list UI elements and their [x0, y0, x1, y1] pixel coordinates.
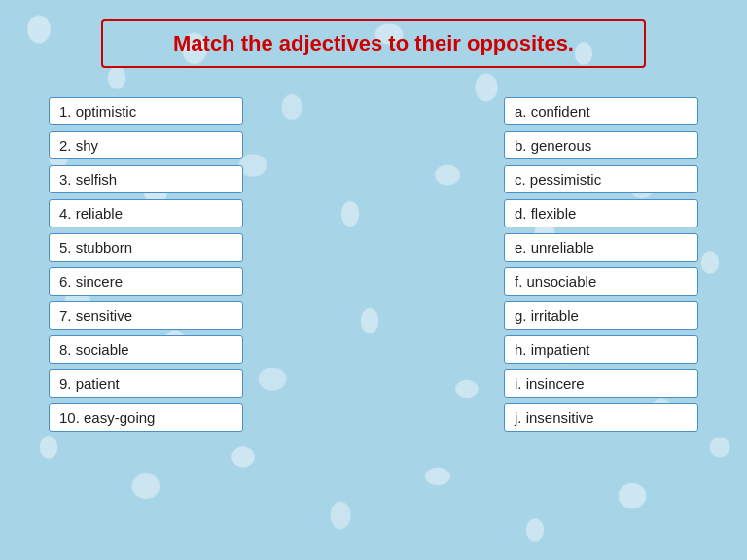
right-word-item[interactable]: i. insincere [504, 369, 698, 398]
right-word-item[interactable]: g. irritable [504, 301, 698, 330]
right-word-item[interactable]: f. unsociable [504, 267, 698, 296]
left-word-item[interactable]: 2. shy [49, 131, 243, 159]
right-word-item[interactable]: e. unreliable [504, 233, 698, 262]
title-box: Match the adjectives to their opposites. [101, 19, 646, 68]
left-word-item[interactable]: 1. optimistic [49, 97, 243, 125]
page-title: Match the adjectives to their opposites. [173, 31, 574, 55]
left-word-item[interactable]: 4. reliable [49, 199, 243, 228]
right-word-item[interactable]: a. confident [504, 97, 698, 125]
page: Match the adjectives to their opposites.… [0, 0, 747, 560]
left-word-item[interactable]: 6. sincere [49, 267, 243, 296]
right-word-item[interactable]: c. pessimistic [504, 165, 698, 193]
left-word-item[interactable]: 9. patient [49, 369, 243, 398]
left-word-item[interactable]: 5. stubborn [49, 233, 243, 262]
left-word-item[interactable]: 7. sensitive [49, 301, 243, 330]
left-word-item[interactable]: 10. easy-going [49, 403, 243, 432]
left-column: 1. optimistic2. shy3. selfish4. reliable… [49, 97, 243, 432]
left-word-item[interactable]: 8. sociable [49, 335, 243, 364]
right-word-item[interactable]: b. generous [504, 131, 698, 159]
left-word-item[interactable]: 3. selfish [49, 165, 243, 193]
columns-container: 1. optimistic2. shy3. selfish4. reliable… [29, 97, 718, 432]
right-word-item[interactable]: j. insensitive [504, 403, 698, 432]
right-word-item[interactable]: d. flexible [504, 199, 698, 228]
right-word-item[interactable]: h. impatient [504, 335, 698, 364]
right-column: a. confidentb. generousc. pessimisticd. … [504, 97, 698, 432]
